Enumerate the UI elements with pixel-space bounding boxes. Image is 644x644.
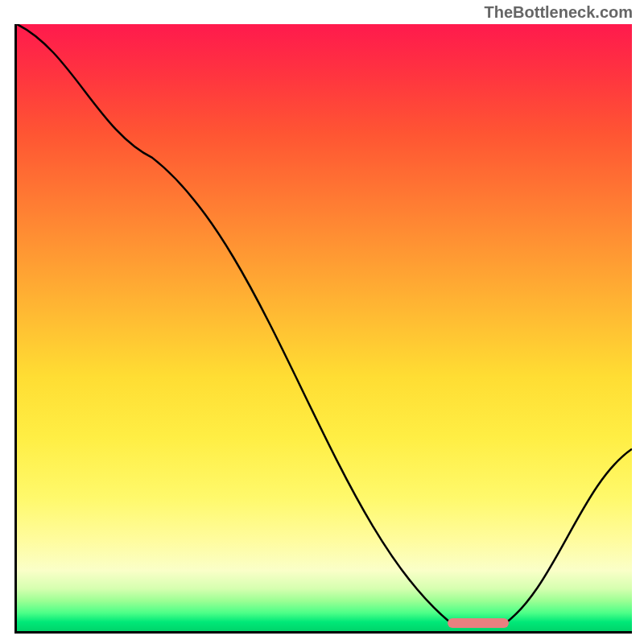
bottleneck-curve [17, 24, 632, 631]
optimum-marker [448, 618, 509, 628]
plot-area [14, 24, 632, 634]
watermark-text: TheBottleneck.com [485, 3, 633, 22]
chart-container: TheBottleneck.com [0, 0, 644, 644]
